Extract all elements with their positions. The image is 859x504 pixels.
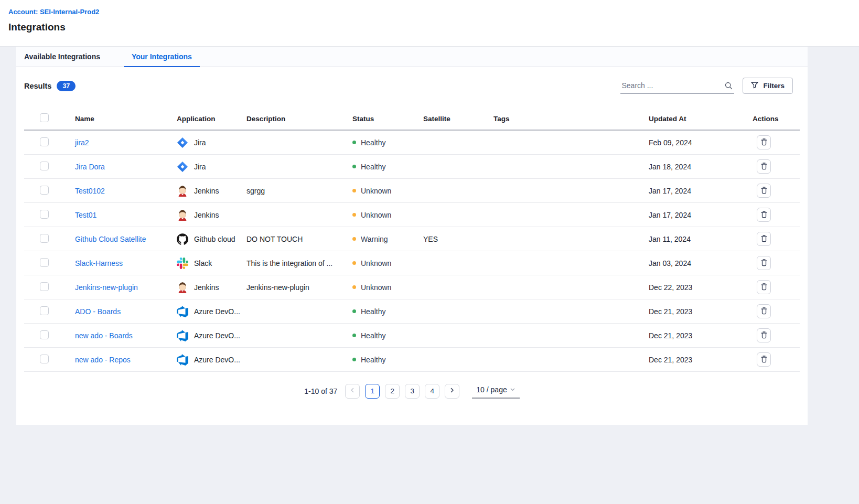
integration-name-link[interactable]: Test01 (75, 211, 96, 219)
updated-at-cell: Dec 21, 2023 (649, 356, 753, 364)
row-checkbox[interactable] (40, 137, 49, 146)
chevron-right-icon (449, 387, 455, 395)
page-title: Integrations (8, 22, 851, 33)
description-cell: Jenkins-new-plugin (246, 283, 352, 292)
delete-button[interactable] (757, 280, 771, 294)
row-checkbox[interactable] (40, 306, 49, 315)
table-row: Github Cloud Satellite Github cloud DO N… (24, 227, 800, 251)
updated-at-cell: Jan 03, 2024 (649, 259, 753, 267)
column-header-application: Application (177, 115, 246, 123)
row-checkbox[interactable] (40, 234, 49, 243)
filters-button[interactable]: Filters (743, 78, 793, 94)
application-label: Jenkins (194, 187, 219, 195)
column-header-actions: Actions (753, 115, 800, 123)
delete-button[interactable] (757, 256, 771, 270)
toolbar: Results 37 (24, 78, 800, 94)
updated-at-cell: Jan 18, 2024 (649, 163, 753, 171)
application-label: Slack (194, 259, 212, 267)
table-row: Test01 Jenkins Unknown Jan 17, 2024 (24, 203, 800, 227)
azure-devops-icon (177, 354, 188, 366)
table-body: jira2 Jira Healthy Feb 09, 2024 (24, 131, 800, 372)
description-cell: sgrgg (246, 187, 352, 195)
status-dot (352, 261, 356, 265)
jenkins-icon (177, 209, 188, 221)
application-label: Azure DevO... (194, 331, 240, 340)
integration-name-link[interactable]: Github Cloud Satellite (75, 235, 146, 243)
page-header: Account: SEI-Internal-Prod2 Integrations (0, 0, 859, 47)
status-dot (352, 165, 356, 168)
row-checkbox[interactable] (40, 330, 49, 339)
pagination-page-1[interactable]: 1 (365, 384, 380, 399)
status-dot (352, 285, 356, 289)
column-header-updated-at: Updated At (649, 115, 753, 123)
page-size-select[interactable]: 10 / page (472, 383, 519, 399)
trash-icon (760, 210, 768, 220)
column-header-description: Description (246, 115, 352, 123)
jira-icon (177, 137, 188, 148)
delete-button[interactable] (757, 159, 771, 174)
row-checkbox[interactable] (40, 210, 49, 219)
delete-button[interactable] (757, 304, 771, 318)
table-row: new ado - Repos Azure DevO... Healthy De… (24, 348, 800, 372)
row-checkbox[interactable] (40, 258, 49, 267)
tab-available-integrations[interactable]: Available Integrations (16, 47, 108, 67)
azure-devops-icon (177, 330, 188, 341)
chevron-down-icon (510, 385, 516, 394)
integration-name-link[interactable]: ADO - Boards (75, 307, 121, 316)
search-icon (725, 82, 733, 92)
delete-button[interactable] (757, 208, 771, 222)
pagination-page-2[interactable]: 2 (385, 384, 400, 399)
trash-icon (760, 234, 768, 244)
pagination-prev-button[interactable] (345, 384, 360, 399)
trash-icon (760, 162, 768, 171)
status-label: Healthy (361, 331, 385, 340)
delete-button[interactable] (757, 328, 771, 342)
integration-name-link[interactable]: Jenkins-new-plugin (75, 283, 138, 292)
integration-name-link[interactable]: Slack-Harness (75, 259, 123, 267)
table-row: Slack-Harness Slack This is the integrat… (24, 251, 800, 275)
pagination-next-button[interactable] (445, 384, 459, 399)
filter-funnel-icon (751, 82, 758, 90)
status-label: Healthy (361, 307, 385, 316)
integration-name-link[interactable]: new ado - Repos (75, 356, 131, 364)
trash-icon (760, 138, 768, 147)
trash-icon (760, 331, 768, 340)
select-all-checkbox[interactable] (40, 113, 49, 122)
description-cell: DO NOT TOUCH (246, 235, 352, 243)
pagination-page-3[interactable]: 3 (405, 384, 420, 399)
delete-button[interactable] (757, 232, 771, 246)
row-checkbox[interactable] (40, 186, 49, 195)
pagination-page-4[interactable]: 4 (425, 384, 439, 399)
row-checkbox[interactable] (40, 355, 49, 363)
integration-name-link[interactable]: new ado - Boards (75, 331, 133, 340)
integration-name-link[interactable]: Test0102 (75, 187, 105, 195)
application-label: Github cloud (194, 235, 235, 243)
jenkins-icon (177, 185, 188, 197)
integration-name-link[interactable]: Jira Dora (75, 163, 105, 171)
application-label: Azure DevO... (194, 307, 240, 316)
row-checkbox[interactable] (40, 282, 49, 291)
table-row: Jenkins-new-plugin Jenkins Jenkins-new-p… (24, 275, 800, 299)
delete-button[interactable] (757, 135, 771, 149)
status-label: Unknown (361, 259, 391, 267)
tab-bar: Available Integrations Your Integrations (16, 47, 808, 67)
filters-label: Filters (763, 82, 785, 90)
status-label: Healthy (361, 163, 385, 171)
account-link[interactable]: Account: SEI-Internal-Prod2 (8, 8, 99, 16)
status-label: Healthy (361, 138, 385, 147)
integration-name-link[interactable]: jira2 (75, 138, 89, 147)
search-input[interactable] (620, 78, 719, 93)
updated-at-cell: Dec 22, 2023 (649, 283, 753, 292)
status-dot (352, 189, 356, 192)
chevron-left-icon (349, 387, 356, 395)
updated-at-cell: Dec 21, 2023 (649, 307, 753, 316)
tab-your-integrations[interactable]: Your Integrations (124, 47, 200, 67)
delete-button[interactable] (757, 184, 771, 198)
delete-button[interactable] (757, 352, 771, 367)
description-cell: This is the integration of ... (246, 259, 352, 267)
results-count-badge: 37 (57, 81, 76, 91)
azure-devops-icon (177, 306, 188, 317)
application-label: Jenkins (194, 211, 219, 219)
row-checkbox[interactable] (40, 162, 49, 170)
table-row: Test0102 Jenkins sgrgg Unknown Jan 17, 2… (24, 179, 800, 203)
